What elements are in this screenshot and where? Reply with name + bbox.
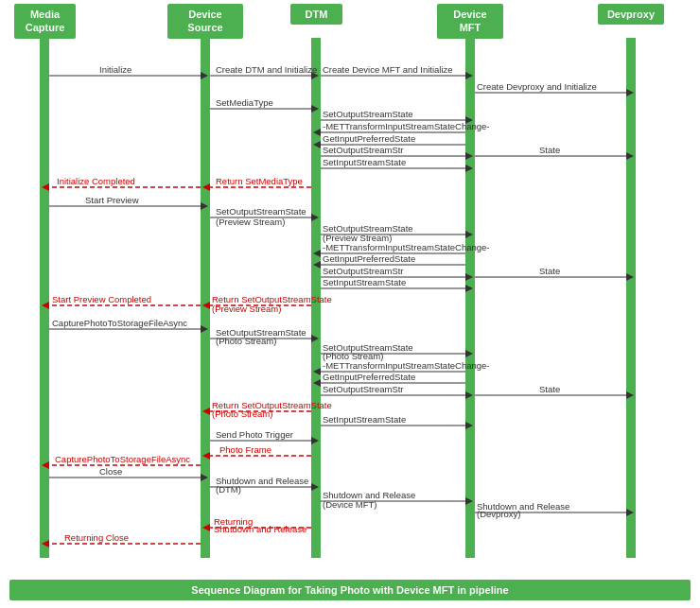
svg-text:-METTransformInputStreamStateC: -METTransformInputStreamStateChange-: [323, 242, 490, 252]
svg-marker-44: [42, 183, 49, 191]
svg-marker-125: [311, 483, 319, 491]
svg-text:Send Photo Trigger: Send Photo Trigger: [216, 429, 293, 440]
svg-text:Initialize Completed: Initialize Completed: [57, 176, 135, 186]
svg-marker-141: [42, 540, 49, 547]
svg-text:CapturePhotoToStorageFileAsync: CapturePhotoToStorageFileAsync: [52, 318, 187, 328]
svg-text:SetOutputStreamStr: SetOutputStreamStr: [323, 145, 404, 155]
svg-marker-67: [465, 273, 473, 281]
svg-text:SetInputStreamState: SetInputStreamState: [323, 157, 406, 167]
svg-text:-METTransformInputStreamStateC: -METTransformInputStreamStateChange-: [323, 360, 490, 371]
svg-text:State: State: [539, 266, 560, 276]
svg-rect-9: [626, 38, 636, 558]
svg-marker-83: [201, 325, 208, 333]
lifeline-dtm: DTM: [290, 4, 342, 25]
lifeline-device-mft: Device MFT: [437, 4, 503, 39]
svg-text:Shutdown and Release: Shutdown and Release: [477, 501, 569, 512]
svg-marker-86: [311, 335, 319, 342]
svg-marker-106: [202, 408, 210, 415]
svg-marker-23: [311, 105, 319, 113]
svg-text:SetOutputStreamState: SetOutputStreamState: [216, 206, 306, 217]
svg-text:GetInputPreferredState: GetInputPreferredState: [323, 133, 415, 144]
svg-text:-METTransformInputStreamStateC: -METTransformInputStreamStateChange-: [323, 121, 490, 131]
svg-text:(Photo Stream): (Photo Stream): [212, 408, 272, 419]
svg-marker-110: [465, 422, 473, 429]
svg-marker-122: [201, 474, 208, 481]
svg-marker-57: [465, 231, 473, 238]
svg-text:Create Devproxy and Initialize: Create Devproxy and Initialize: [477, 81, 597, 92]
svg-marker-14: [311, 72, 319, 79]
svg-marker-119: [42, 461, 49, 469]
lifeline-devproxy: Devproxy: [598, 4, 664, 25]
svg-marker-100: [465, 391, 473, 399]
svg-text:SetOutputStreamStr: SetOutputStreamStr: [323, 266, 404, 276]
svg-rect-7: [311, 38, 321, 558]
svg-marker-26: [465, 116, 473, 124]
svg-marker-11: [201, 72, 208, 79]
svg-marker-97: [313, 379, 321, 387]
svg-text:Photo Frame: Photo Frame: [219, 444, 271, 455]
svg-marker-61: [313, 250, 321, 257]
svg-text:(Preview Stream): (Preview Stream): [216, 217, 285, 227]
svg-text:Return SetOutputStreamState: Return SetOutputStreamState: [212, 400, 332, 410]
svg-text:Create DTM and Initialize: Create DTM and Initialize: [216, 64, 317, 75]
svg-text:Return SetOutputStreamState: Return SetOutputStreamState: [212, 294, 332, 304]
svg-text:Returning: Returning: [214, 516, 253, 527]
svg-marker-41: [465, 165, 473, 172]
svg-marker-103: [626, 391, 634, 399]
svg-text:State: State: [539, 384, 560, 394]
svg-text:Create Device MFT and Initiali: Create Device MFT and Initialize: [323, 64, 453, 75]
lifeline-media-capture: Media Capture: [14, 4, 76, 39]
svg-text:Shutdown and Release: Shutdown and Release: [214, 524, 306, 534]
svg-marker-20: [626, 89, 634, 96]
svg-marker-64: [313, 261, 321, 269]
svg-marker-17: [465, 72, 473, 79]
svg-marker-116: [202, 452, 210, 460]
svg-text:SetOutputStreamState: SetOutputStreamState: [323, 109, 413, 119]
svg-text:SetInputStreamState: SetInputStreamState: [323, 277, 406, 287]
svg-marker-137: [202, 524, 210, 531]
svg-marker-133: [626, 509, 634, 516]
svg-text:SetOutputStreamState: SetOutputStreamState: [216, 327, 306, 338]
diagram-container: Initialize Create DTM and Initialize Cre…: [0, 0, 700, 608]
svg-text:(Devproxy): (Devproxy): [477, 509, 520, 519]
lifeline-device-source: Device Source: [167, 4, 243, 39]
svg-rect-5: [40, 38, 49, 558]
svg-text:GetInputPreferredState: GetInputPreferredState: [323, 372, 415, 382]
svg-marker-73: [465, 285, 473, 292]
svg-marker-90: [465, 350, 473, 357]
svg-text:CapturePhotoToStorageFileAsync: CapturePhotoToStorageFileAsync: [55, 454, 190, 464]
arrows-svg: Initialize Create DTM and Initialize Cre…: [0, 0, 700, 586]
svg-rect-8: [465, 38, 475, 558]
svg-text:Close: Close: [99, 466, 122, 477]
svg-text:(Photo Stream): (Photo Stream): [216, 336, 276, 346]
svg-marker-47: [202, 183, 210, 191]
caption-bar: Sequence Diagram for Taking Photo with D…: [9, 580, 691, 600]
svg-text:(Photo Stream): (Photo Stream): [323, 351, 383, 361]
svg-marker-50: [201, 202, 208, 210]
svg-text:Shutdown and Release: Shutdown and Release: [216, 476, 308, 486]
svg-text:Start Preview: Start Preview: [85, 195, 139, 205]
svg-text:SetOutputStreamStr: SetOutputStreamStr: [323, 384, 404, 394]
svg-text:SetMediaType: SetMediaType: [216, 97, 273, 108]
svg-text:Shutdown and Release: Shutdown and Release: [323, 490, 415, 500]
svg-marker-35: [465, 152, 473, 160]
svg-text:Initialize: Initialize: [99, 64, 131, 75]
svg-marker-38: [626, 152, 634, 160]
svg-marker-53: [311, 214, 319, 221]
svg-marker-32: [313, 141, 321, 148]
svg-marker-79: [202, 302, 210, 309]
svg-text:Return SetMediaType: Return SetMediaType: [216, 176, 303, 186]
svg-marker-76: [42, 302, 49, 309]
svg-marker-129: [465, 497, 473, 505]
svg-text:(Preview Stream): (Preview Stream): [212, 304, 281, 314]
svg-text:State: State: [539, 145, 560, 155]
svg-marker-70: [626, 273, 634, 281]
svg-text:SetInputStreamState: SetInputStreamState: [323, 414, 406, 425]
svg-text:Start Preview Completed: Start Preview Completed: [52, 294, 151, 304]
svg-text:(Device MFT): (Device MFT): [323, 499, 377, 510]
svg-marker-94: [313, 368, 321, 375]
svg-marker-29: [313, 129, 321, 136]
svg-text:SetOutputStreamState: SetOutputStreamState: [323, 342, 413, 353]
svg-text:(DTM): (DTM): [216, 484, 241, 495]
svg-text:SetOutputStreamState: SetOutputStreamState: [323, 223, 413, 234]
